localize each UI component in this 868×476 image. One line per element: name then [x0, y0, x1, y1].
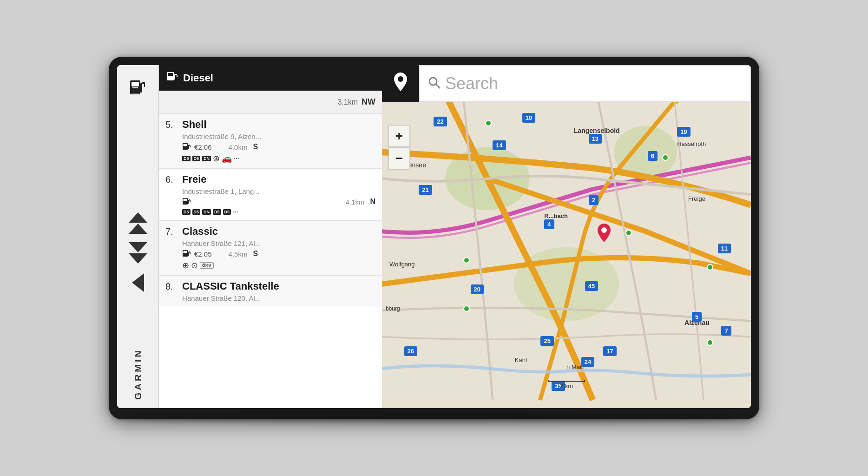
road-badge-19: 19	[677, 127, 690, 137]
road-badge-45: 45	[585, 281, 598, 291]
zoom-out-button[interactable]: −	[388, 148, 410, 169]
item-address: Industriestraße 1, Lang...	[182, 187, 375, 195]
service-icon: ⊛	[213, 153, 220, 164]
svg-rect-16	[190, 145, 191, 147]
road-badge-7: 7	[721, 326, 731, 336]
road-badge-26: 26	[404, 346, 417, 356]
list-header: Diesel	[159, 65, 382, 91]
fuel-badge: D5	[192, 156, 201, 161]
item-distance: 4.5km	[229, 250, 248, 258]
item-icons: D5 D5 DN ⊛ 🚗 ···	[182, 153, 375, 164]
fuel-pump-icon-small	[182, 249, 191, 258]
item-name: Classic	[182, 225, 218, 238]
road-badge-2: 2	[589, 195, 598, 205]
town-label: Kahl	[515, 357, 527, 364]
list-item[interactable]: 6. Freie Industriestraße 1, Lang... 4.1k…	[159, 169, 382, 221]
fuel-pump-icon-small	[182, 197, 191, 206]
svg-line-29	[436, 84, 440, 88]
road-badge-10: 10	[522, 113, 535, 123]
fuel-pump-icon	[124, 74, 152, 102]
24h-icon: ⊕	[182, 260, 189, 271]
service-icon: ⊙	[191, 260, 198, 271]
item-number: 6.	[165, 174, 178, 185]
search-bar[interactable]: Search	[419, 65, 751, 102]
scale-line	[548, 380, 585, 382]
item-details: €2.06 4.0km S	[182, 142, 375, 152]
fuel-badge: DN	[202, 156, 211, 161]
road-badge-21: 21	[419, 185, 432, 195]
list-item[interactable]: 8. CLASSIC Tankstelle Hanauer Straße 120…	[159, 276, 382, 307]
road-badge-25: 25	[540, 336, 553, 346]
svg-rect-11	[177, 75, 178, 77]
road-badge-20: 20	[471, 284, 484, 294]
svg-rect-23	[184, 251, 187, 253]
svg-point-34	[601, 227, 607, 233]
header-fuel-icon	[166, 71, 178, 86]
fuel-pump-icon-small	[182, 142, 191, 152]
sidebar: GARMIN	[117, 65, 159, 408]
partial-distance: 3.1km	[337, 98, 358, 106]
item-number: 5.	[165, 119, 178, 130]
map-green-dot	[463, 305, 470, 312]
more-icon: ···	[234, 155, 239, 162]
town-label: Hasselroth	[677, 140, 706, 147]
svg-point-27	[398, 76, 403, 82]
road-badge-5: 5	[692, 312, 702, 322]
svg-rect-18	[184, 199, 187, 201]
fuel-badge: D5	[223, 209, 231, 215]
svg-rect-9	[174, 74, 175, 79]
search-placeholder: Search	[445, 74, 498, 93]
more-icon: ···	[233, 208, 238, 216]
item-details: 4.1km N	[182, 197, 375, 206]
item-number: 7.	[165, 226, 178, 237]
item-distance: 4.0km	[229, 143, 248, 151]
list-panel: Diesel 3.1km NW 5. Shell Industriestraße…	[159, 65, 382, 408]
svg-rect-3	[140, 83, 142, 93]
scroll-down-fast-button[interactable]	[122, 239, 154, 267]
list-item[interactable]: 5. Shell Industriestraße 9, Alzen... €2.…	[159, 114, 382, 169]
svg-rect-13	[184, 144, 187, 146]
svg-rect-2	[132, 87, 138, 88]
road-badge-24: 24	[581, 357, 594, 367]
item-address: Hanauer Straße 120, Al...	[182, 294, 375, 302]
fuel-badge: D5	[192, 209, 201, 215]
list-header-title: Diesel	[183, 72, 213, 84]
town-label: R...bach	[544, 212, 568, 219]
garmin-device: GARMIN Diesel 3.1km	[109, 57, 759, 419]
town-label: Langenselbold	[574, 127, 620, 134]
device-screen: GARMIN Diesel 3.1km	[117, 65, 751, 408]
road-badge-14: 14	[493, 140, 506, 150]
road-badge-11: 11	[718, 244, 731, 253]
brand-label: GARMIN	[132, 348, 143, 400]
svg-rect-6	[132, 93, 139, 94]
scroll-up-fast-button[interactable]	[122, 209, 154, 237]
location-button[interactable]	[382, 65, 419, 102]
partial-list-item[interactable]: 3.1km NW	[159, 91, 382, 114]
scale-bar: 2 km	[548, 380, 585, 390]
item-address: Industriestraße 9, Alzen...	[182, 132, 375, 140]
item-icons: ⊕ ⊙ ÖKV	[182, 260, 375, 271]
zoom-in-button[interactable]: +	[388, 126, 410, 147]
item-direction: S	[253, 143, 258, 151]
back-button[interactable]	[122, 269, 154, 297]
map-header: Search	[382, 65, 751, 102]
town-label: Wolfgang	[389, 261, 415, 268]
fuel-badge: D5	[182, 209, 191, 215]
fuel-badge: DN	[202, 209, 211, 215]
item-name: CLASSIC Tankstelle	[182, 280, 279, 292]
town-label: bburg	[386, 305, 400, 312]
item-price: €2.05	[194, 250, 212, 258]
okv-badge: ÖKV	[200, 262, 214, 269]
map-green-dot	[463, 257, 470, 264]
item-direction: N	[370, 198, 375, 206]
map-zoom-controls: + −	[388, 126, 410, 169]
service-icon: 🚗	[222, 153, 232, 164]
item-icons: D5 D5 DN D5 D5 ···	[182, 208, 375, 216]
scale-label: 2 km	[560, 383, 573, 390]
selected-location-pin	[596, 223, 612, 245]
item-details: €2.05 4.5km S	[182, 249, 375, 258]
road-badge-13: 13	[589, 134, 602, 144]
road-badge-22: 22	[434, 117, 447, 126]
svg-rect-5	[144, 83, 145, 87]
list-item[interactable]: 7. Classic Hanauer Straße 121, Al... €2.…	[159, 221, 382, 276]
